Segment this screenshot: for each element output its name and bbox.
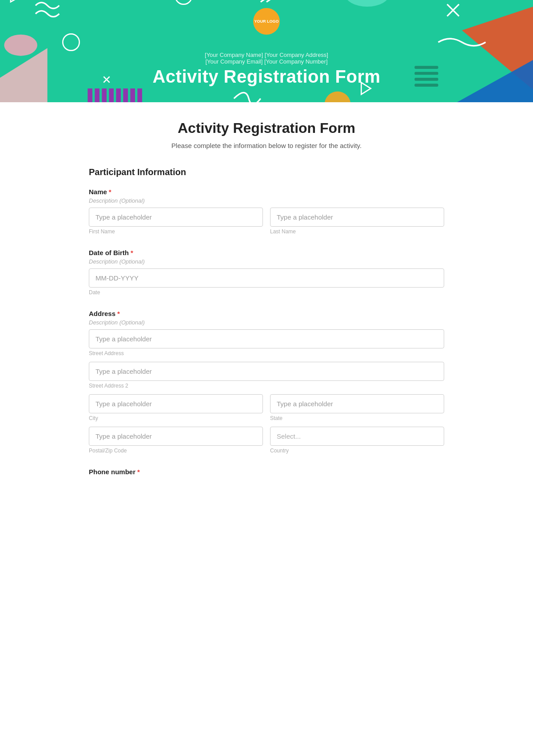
logo-circle: YOUR LOGO	[253, 8, 280, 35]
dob-label: Date of Birth *	[89, 249, 444, 256]
banner-title: Activity Registration Form	[152, 67, 380, 87]
svg-marker-7	[0, 48, 48, 102]
state-wrapper: State	[270, 394, 444, 421]
svg-rect-13	[109, 88, 114, 102]
country-select[interactable]: Select...	[270, 427, 444, 446]
svg-marker-0	[11, 0, 20, 2]
svg-point-18	[325, 92, 351, 102]
address-label: Address *	[89, 310, 444, 317]
postal-wrapper: Postal/Zip Code	[89, 427, 263, 454]
phone-field-group: Phone number *	[89, 468, 444, 476]
svg-point-6	[345, 0, 390, 7]
form-main-title: Activity Registration Form	[89, 120, 444, 136]
city-wrapper: City	[89, 394, 263, 421]
country-sublabel: Country	[270, 448, 444, 454]
svg-rect-16	[130, 88, 135, 102]
svg-point-1	[63, 34, 79, 50]
address-field-group: Address * Description (Optional) Street …	[89, 310, 444, 454]
street1-input[interactable]	[89, 329, 444, 348]
postal-input[interactable]	[89, 427, 263, 446]
svg-rect-11	[95, 88, 99, 102]
city-state-row: City State	[89, 394, 444, 421]
first-name-input[interactable]	[89, 208, 263, 227]
form-subtitle: Please complete the information below to…	[89, 142, 444, 149]
banner: YOUR LOGO [Your Company Name] [Your Comp…	[0, 0, 533, 102]
street2-sublabel: Street Address 2	[89, 383, 444, 389]
dob-input[interactable]	[89, 268, 444, 288]
first-name-wrapper: First Name	[89, 208, 263, 235]
svg-rect-12	[102, 88, 107, 102]
svg-rect-20	[414, 72, 438, 75]
address-required-star: *	[117, 310, 120, 317]
name-field-group: Name * Description (Optional) First Name…	[89, 188, 444, 235]
svg-point-2	[175, 0, 192, 4]
city-sublabel: City	[89, 415, 263, 421]
address-description: Description (Optional)	[89, 319, 444, 326]
last-name-wrapper: Last Name	[270, 208, 444, 235]
svg-rect-14	[116, 88, 121, 102]
last-name-sublabel: Last Name	[270, 228, 444, 235]
svg-rect-10	[88, 88, 92, 102]
svg-point-5	[4, 35, 37, 56]
last-name-input[interactable]	[270, 208, 444, 227]
section-participant-title: Participant Information	[89, 167, 444, 177]
street2-input[interactable]	[89, 362, 444, 381]
dob-input-wrapper: Date	[89, 268, 444, 296]
company-info: [Your Company Name] [Your Company Addres…	[205, 52, 328, 65]
svg-rect-17	[137, 88, 142, 102]
svg-rect-22	[414, 84, 438, 87]
dob-description: Description (Optional)	[89, 258, 444, 265]
svg-rect-15	[123, 88, 128, 102]
city-input[interactable]	[89, 394, 263, 413]
name-label: Name *	[89, 188, 444, 196]
state-input[interactable]	[270, 394, 444, 413]
form-container: Activity Registration Form Please comple…	[80, 102, 453, 516]
street1-wrapper: Street Address	[89, 329, 444, 356]
street2-wrapper: Street Address 2	[89, 362, 444, 389]
dob-field-group: Date of Birth * Description (Optional) D…	[89, 249, 444, 296]
state-sublabel: State	[270, 415, 444, 421]
postal-country-row: Postal/Zip Code Select... Country	[89, 427, 444, 454]
first-name-sublabel: First Name	[89, 228, 263, 235]
dob-required-star: *	[131, 249, 133, 256]
phone-label: Phone number *	[89, 468, 444, 476]
name-required-star: *	[109, 188, 111, 196]
dob-sublabel: Date	[89, 289, 444, 296]
phone-required-star: *	[137, 468, 140, 476]
country-wrapper: Select... Country	[270, 427, 444, 454]
name-description: Description (Optional)	[89, 197, 444, 204]
svg-rect-21	[414, 78, 438, 81]
postal-sublabel: Postal/Zip Code	[89, 448, 263, 454]
name-input-row: First Name Last Name	[89, 208, 444, 235]
svg-rect-19	[414, 66, 438, 69]
street1-sublabel: Street Address	[89, 350, 444, 356]
